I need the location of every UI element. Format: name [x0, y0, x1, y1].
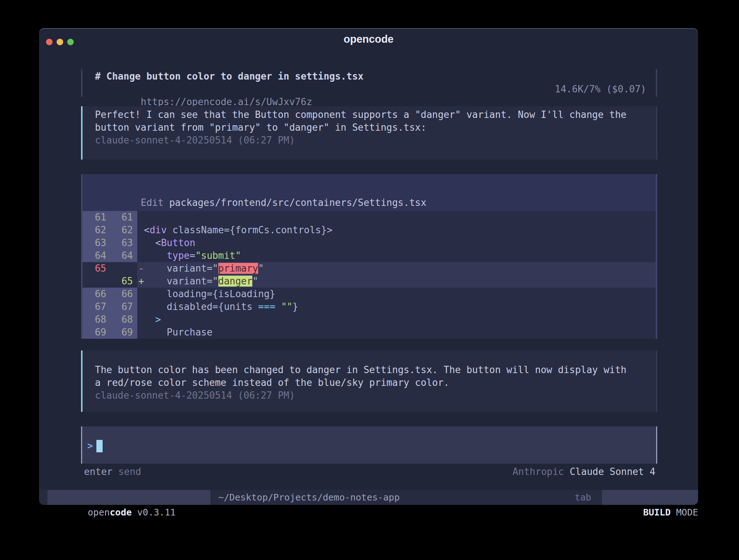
diff-row: 6868 >: [83, 313, 656, 326]
opencode-window: opencode # Change button color to danger…: [39, 28, 698, 505]
model-timestamp: claude-sonnet-4-20250514 (06:27 PM): [95, 389, 656, 402]
diff-marker: [137, 237, 144, 249]
diff-gutter: 6666: [83, 288, 137, 300]
diff-gutter: 6464: [83, 249, 137, 262]
edited-file-path: packages/frontend/src/containers/Setting…: [169, 197, 426, 208]
diff-gutter: 6262: [83, 224, 137, 237]
tool-action-label: Edit: [141, 197, 164, 208]
diff-gutter: 65: [83, 262, 137, 275]
diff-marker: [137, 224, 144, 237]
mode-name: BUILD: [643, 507, 670, 518]
diff-gutter: 6161: [83, 211, 137, 224]
diff-gutter: 65: [83, 275, 137, 288]
message-text-line: The button color has been changed to dan…: [95, 364, 656, 376]
diff-code-line: disabled={units === ""}: [144, 300, 298, 313]
diff-marker: [137, 300, 144, 313]
footer-hints: enter send Anthropic Claude Sonnet 4: [84, 465, 655, 478]
diff-code-line: <div className={formCs.controls}>: [144, 224, 333, 237]
tab-key-hint: tab: [575, 490, 591, 505]
model-label: [564, 466, 570, 477]
edit-tool-card: Editpackages/frontend/src/containers/Set…: [81, 174, 657, 339]
diff-code-line: type="submit": [144, 249, 241, 262]
app-version: v0.3.11: [132, 507, 176, 518]
assistant-message-2: The button color has been changed to dan…: [81, 350, 657, 412]
app-version-segment: opencode v0.3.11: [47, 490, 210, 505]
diff-code-line: variant="danger": [144, 275, 258, 288]
assistant-message-1: Perfect! I can see that the Button compo…: [81, 106, 657, 160]
diff-row: 6464 type="submit": [83, 249, 656, 262]
app-name-open: open: [88, 507, 110, 518]
diff-gutter: 6969: [83, 326, 137, 339]
diff-row: 6767 disabled={units === ""}: [83, 300, 656, 313]
diff-row: 6363 <Button: [83, 237, 656, 249]
mode-suffix: MODE: [671, 507, 698, 518]
send-action-hint: send: [118, 466, 141, 477]
model-timestamp: claude-sonnet-4-20250514 (06:27 PM): [95, 134, 656, 147]
diff-marker: +: [137, 275, 144, 288]
titlebar: opencode: [39, 28, 698, 54]
diff-code-line: Purchase: [144, 326, 212, 339]
working-directory: ~/Desktop/Projects/demo-notes-app: [218, 490, 575, 505]
text-cursor: [96, 440, 103, 452]
prompt-symbol: >: [87, 440, 93, 452]
edit-tool-header: Editpackages/frontend/src/containers/Set…: [83, 174, 656, 211]
status-bar: opencode v0.3.11 ~/Desktop/Projects/demo…: [39, 490, 698, 505]
app-name-code: code: [110, 507, 132, 518]
message-text-line: a red/rose color scheme instead of the b…: [95, 376, 656, 389]
diff-code-line: >: [144, 313, 161, 326]
mode-toggle[interactable]: BUILD MODE: [602, 490, 698, 505]
enter-key-hint: enter: [84, 466, 112, 477]
session-title: # Change button color to danger in setti…: [95, 70, 646, 83]
diff-marker: [137, 249, 144, 262]
diff-marker: [137, 288, 144, 300]
diff-rows: 61616262<div className={formCs.controls}…: [83, 211, 656, 339]
diff-marker: [137, 313, 144, 326]
send-action-hint: [112, 466, 118, 477]
prompt-input[interactable]: >: [81, 426, 657, 464]
token-usage: 14.6K/7% ($0.07): [555, 83, 646, 96]
diff-row: 6969 Purchase: [83, 326, 656, 339]
session-header: # Change button color to danger in setti…: [81, 69, 657, 97]
diff-gutter: 6767: [83, 300, 137, 313]
diff-row: 6666 loading={isLoading}: [83, 288, 656, 300]
diff-code-line: <Button: [144, 237, 195, 249]
provider-label: Anthropic: [513, 466, 564, 477]
diff-code-line: loading={isLoading}: [144, 288, 275, 300]
diff-row: 65- variant="primary": [83, 262, 656, 275]
diff-marker: [137, 326, 144, 339]
model-label[interactable]: Claude Sonnet 4: [570, 466, 655, 477]
diff-marker: -: [137, 262, 144, 275]
share-url-link[interactable]: https://opencode.ai/s/UwJxv76z: [141, 96, 312, 107]
diff-row: 6161: [83, 211, 656, 224]
message-text-line: button variant from "primary" to "danger…: [95, 121, 656, 134]
diff-gutter: 6868: [83, 313, 137, 326]
diff-code-line: variant="primary": [144, 262, 264, 275]
message-text-line: Perfect! I can see that the Button compo…: [95, 108, 656, 121]
diff-marker: [137, 211, 144, 224]
diff-row: 65+ variant="danger": [83, 275, 656, 288]
diff-row: 6262<div className={formCs.controls}>: [83, 224, 656, 237]
diff-gutter: 6363: [83, 237, 137, 249]
window-title: opencode: [39, 33, 698, 45]
